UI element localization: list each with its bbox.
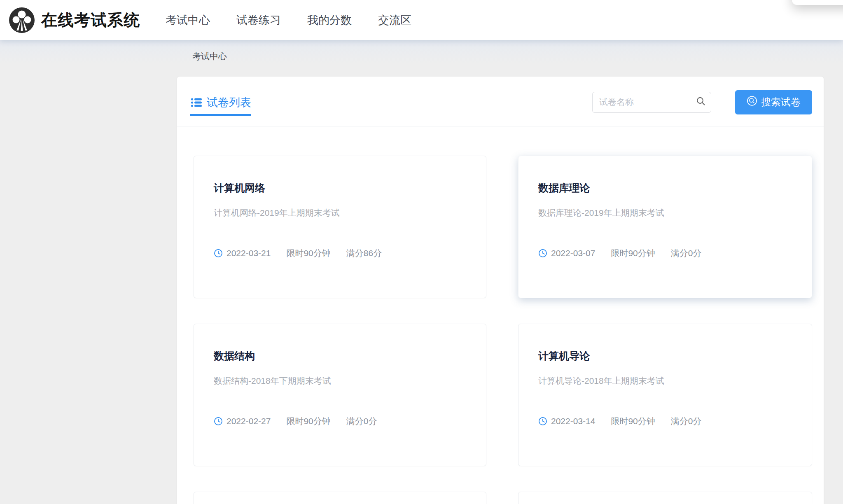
clock-icon [214, 249, 223, 258]
logo-icon [8, 7, 35, 34]
exam-card-partial-right[interactable] [518, 492, 812, 504]
nav-item-paper-practice[interactable]: 试卷练习 [236, 13, 281, 28]
exam-title: 数据库理论 [538, 182, 792, 194]
list-icon [190, 96, 203, 109]
exam-card-partial-left[interactable] [194, 492, 486, 504]
search-icon [696, 96, 706, 108]
app-header: 在线考试系统 考试中心 试卷练习 我的分数 交流区 [0, 0, 843, 40]
exam-card-grid: 计算机网络 计算机网络-2019年上期期末考试 2022-03-21 [177, 126, 824, 504]
nav-item-forum[interactable]: 交流区 [378, 13, 411, 28]
exam-subtitle: 计算机导论-2018年上期期末考试 [538, 375, 792, 387]
exam-card-database-theory[interactable]: 数据库理论 数据库理论-2019年上期期末考试 2022-03-07 [518, 156, 812, 298]
exam-duration: 限时90分钟 [611, 247, 655, 259]
page: 在线考试系统 考试中心 试卷练习 我的分数 交流区 考试中心 [0, 0, 843, 504]
exam-title: 计算机导论 [538, 350, 792, 362]
main-content: 考试中心 试卷列表 [0, 40, 843, 504]
exam-duration: 限时90分钟 [611, 415, 655, 427]
search-field-wrap [592, 92, 711, 113]
exam-title: 数据结构 [214, 350, 466, 362]
exam-score: 满分86分 [346, 247, 382, 259]
exam-date-wrap: 2022-03-07 [538, 248, 595, 258]
exam-date: 2022-03-14 [551, 416, 595, 426]
exam-date-wrap: 2022-02-27 [214, 416, 271, 426]
top-right-popup [792, 0, 843, 5]
search-button-label: 搜索试卷 [761, 96, 801, 109]
exam-subtitle: 数据库理论-2019年上期期末考试 [538, 207, 792, 219]
exam-card-computer-network[interactable]: 计算机网络 计算机网络-2019年上期期末考试 2022-03-21 [194, 156, 486, 298]
clock-icon [214, 417, 223, 426]
exam-score: 满分0分 [346, 415, 377, 427]
exam-score: 满分0分 [671, 415, 702, 427]
paper-list-panel: 试卷列表 [177, 77, 824, 504]
exam-duration: 限时90分钟 [286, 415, 330, 427]
search-input[interactable] [592, 92, 711, 113]
exam-date: 2022-03-07 [551, 248, 595, 258]
clock-icon [538, 417, 547, 426]
exam-duration: 限时90分钟 [286, 247, 330, 259]
breadcrumb: 考试中心 [192, 51, 227, 62]
app-title: 在线考试系统 [41, 9, 140, 31]
clock-icon [538, 249, 547, 258]
exam-date-wrap: 2022-03-21 [214, 248, 271, 258]
breadcrumb-item-exam-center[interactable]: 考试中心 [192, 51, 227, 61]
search-icon [747, 96, 757, 109]
exam-card-data-structure[interactable]: 数据结构 数据结构-2018年下期期末考试 2022-02-27 [194, 324, 486, 466]
exam-meta: 2022-02-27 限时90分钟 满分0分 [214, 415, 466, 427]
main-nav: 考试中心 试卷练习 我的分数 交流区 [166, 13, 411, 28]
nav-item-exam-center[interactable]: 考试中心 [166, 13, 210, 28]
search-papers-button[interactable]: 搜索试卷 [735, 90, 812, 114]
panel-title-tab: 试卷列表 [190, 95, 251, 116]
exam-date: 2022-03-21 [227, 248, 271, 258]
exam-date-wrap: 2022-03-14 [538, 416, 595, 426]
exam-score: 满分0分 [671, 247, 702, 259]
exam-subtitle: 数据结构-2018年下期期末考试 [214, 375, 466, 387]
exam-meta: 2022-03-07 限时90分钟 满分0分 [538, 247, 792, 259]
panel-header: 试卷列表 [177, 77, 824, 126]
exam-subtitle: 计算机网络-2019年上期期末考试 [214, 207, 466, 219]
exam-meta: 2022-03-21 限时90分钟 满分86分 [214, 247, 466, 259]
exam-title: 计算机网络 [214, 182, 466, 194]
exam-card-intro-to-computers[interactable]: 计算机导论 计算机导论-2018年上期期末考试 2022-03-14 [518, 324, 812, 466]
nav-item-my-scores[interactable]: 我的分数 [307, 13, 352, 28]
header-controls: 搜索试卷 [592, 90, 812, 114]
exam-date: 2022-02-27 [227, 416, 271, 426]
exam-meta: 2022-03-14 限时90分钟 满分0分 [538, 415, 792, 427]
panel-title: 试卷列表 [207, 95, 251, 110]
